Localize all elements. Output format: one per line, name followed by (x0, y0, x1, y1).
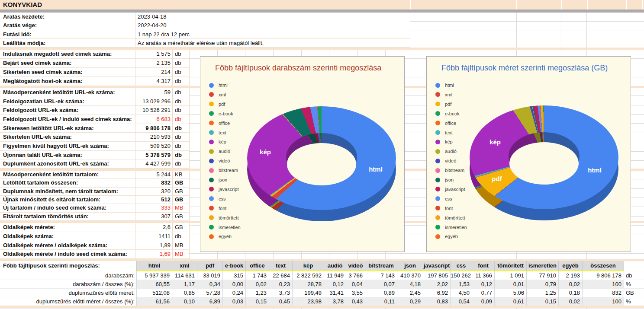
table-cell: 150 262 (450, 271, 472, 280)
table-cell: 0,07 (365, 280, 397, 289)
column-header: bitstream (365, 261, 397, 271)
legend-label: xml (445, 92, 452, 97)
column-header: audió (324, 261, 346, 271)
stat-row: Oldalképek mérete / oldalképek száma:1,8… (0, 241, 189, 250)
stats-section: Oldalképek mérete:2,6GBOldalképek száma:… (0, 223, 190, 259)
stats-section: Másodpercenként letöltött URL-ek száma:5… (0, 88, 190, 169)
chart-title-size: Főbb fájltípusok méret szerinti megoszlá… (441, 64, 608, 73)
table-cell: 5,06 (494, 289, 526, 297)
stat-row: Letöltött tartalom összesen:832GB (0, 179, 189, 187)
chart-title-count: Főbb fájltípusok darabszám szerinti mego… (215, 64, 381, 73)
table-cell: 11 949 (324, 271, 346, 280)
stat-unit: MB (173, 250, 189, 258)
legend-item: javascript (209, 187, 238, 192)
stat-unit: db (173, 106, 189, 115)
stat-unit: MB (173, 204, 189, 212)
table-cell: 0,03 (222, 297, 245, 306)
stat-row: Leállítás módja:Az aratás a mérethatár e… (0, 39, 410, 48)
donut-chart-panel-count[interactable]: Főbb fájltípusok darabszám szerinti mego… (200, 56, 405, 252)
table-cell: 1,17 (172, 280, 197, 289)
legend-color-dot (435, 140, 440, 144)
table-cell: 0,29 (397, 297, 423, 306)
legend-item: egyéb (435, 234, 458, 239)
stat-unit: db (173, 159, 189, 168)
table-title: Főbb fájltípusok szerinti megoszlás: (0, 261, 136, 271)
stat-row: Futási idő:1 nap 22 óra 12 perc (0, 30, 410, 39)
stat-label: Indulásnak megadott seed címek száma: (0, 50, 135, 58)
stat-value: 2 135 (135, 59, 173, 67)
legend-label: font (445, 206, 453, 211)
table-cell: 77 910 (526, 271, 558, 280)
table-cell: 61,56 (136, 297, 172, 306)
header-cell-border (587, 0, 588, 10)
legend-color-dot (435, 206, 440, 210)
stat-value: 210 593 (135, 133, 173, 141)
stat-value: 1 575 (135, 50, 173, 58)
table-cell: 0,83 (423, 297, 450, 306)
stat-value: 13 029 296 (135, 97, 173, 106)
row-unit: db (624, 271, 644, 280)
table-cell: 6,89 (197, 297, 222, 306)
stat-value: 333 (135, 204, 173, 212)
legend-label: font (219, 206, 226, 211)
stat-row: Feldolgozott URL-ek száma:10 526 291db (0, 106, 189, 115)
stat-label: Újonnan talált URL-ek száma: (0, 151, 135, 159)
stat-label: Eltárolt tartalom tömörítés után: (0, 213, 135, 220)
legend-item: tömörített (435, 215, 465, 220)
legend-item: office (435, 121, 456, 126)
stat-label: Sikeresen letöltött URL-ek száma: (0, 124, 135, 133)
table-cell: 0,15 (245, 297, 269, 306)
slice-label: kép (260, 148, 271, 156)
legend-color-dot (209, 92, 214, 97)
stat-row: Új tartalom / induló seed címek száma:33… (0, 204, 189, 212)
table-cell: 315 (222, 271, 245, 280)
column-header: json (397, 261, 423, 271)
legend-item: text (435, 130, 453, 135)
legend-color-dot (435, 111, 440, 116)
legend-item: html (209, 83, 228, 88)
column-header: font (472, 261, 494, 271)
legend-item: videó (435, 158, 456, 163)
legend-label: pdf (445, 102, 451, 107)
stats-section: Másodpercenként letöltött tartalom:5 244… (0, 171, 190, 221)
table-row: darabszám / összes (%):60,551,170,340,00… (0, 280, 644, 289)
legend-color-dot (435, 196, 440, 201)
stat-value: 1,89 (135, 241, 173, 250)
stat-label: Oldalképek mérete / induló seed címek sz… (0, 250, 135, 258)
stat-unit: db (173, 88, 189, 97)
stat-label: Másodpercenként letöltött URL-ek száma: (0, 88, 135, 97)
table-cell: 410 370 (397, 271, 423, 280)
legend-label: html (219, 83, 228, 88)
legend-color-dot (209, 168, 214, 173)
table-row: duplumszűrés előtti méret / összes (%):6… (0, 297, 644, 306)
table-cell: 0,09 (472, 297, 494, 306)
stat-label: Másodpercenként letöltött tartalom: (0, 171, 135, 178)
stat-label: Oldalképek száma: (0, 232, 135, 241)
table-cell: 0,15 (526, 297, 558, 306)
table-cell: 11 366 (472, 271, 494, 280)
legend-color-dot (435, 178, 440, 182)
table-cell: 0,12 (324, 280, 346, 289)
row-label: duplumszűrés előtti méret: (0, 289, 136, 297)
table-cell: 4,18 (397, 280, 423, 289)
stat-label: Feldolgozott URL-ek száma: (0, 106, 135, 115)
legend-item: text (209, 130, 226, 135)
legend-item: tömörített (209, 215, 238, 220)
donut-chart-panel-size[interactable]: Főbb fájltípusok méret szerinti megoszlá… (426, 56, 631, 252)
legend-label: office (219, 121, 230, 126)
stat-unit: GB (173, 223, 189, 232)
stat-row: Oldalképek mérete / induló seed címek sz… (0, 250, 189, 259)
stat-unit: KB (173, 171, 189, 178)
stat-value: 5 244 (135, 171, 173, 178)
table-cell: 0,43 (346, 297, 365, 306)
table-cell: 0,10 (172, 297, 197, 306)
donut-hole (509, 142, 579, 185)
header-cell-border (626, 0, 627, 10)
table-cell: 3,73 (269, 289, 292, 297)
legend-item: egyéb (209, 234, 232, 239)
legend-color-dot (209, 121, 214, 125)
table-cell: 3,55 (346, 289, 365, 297)
header-cell-border (642, 0, 643, 10)
table-cell: 114 631 (172, 271, 197, 280)
legend-item: json (209, 177, 227, 182)
